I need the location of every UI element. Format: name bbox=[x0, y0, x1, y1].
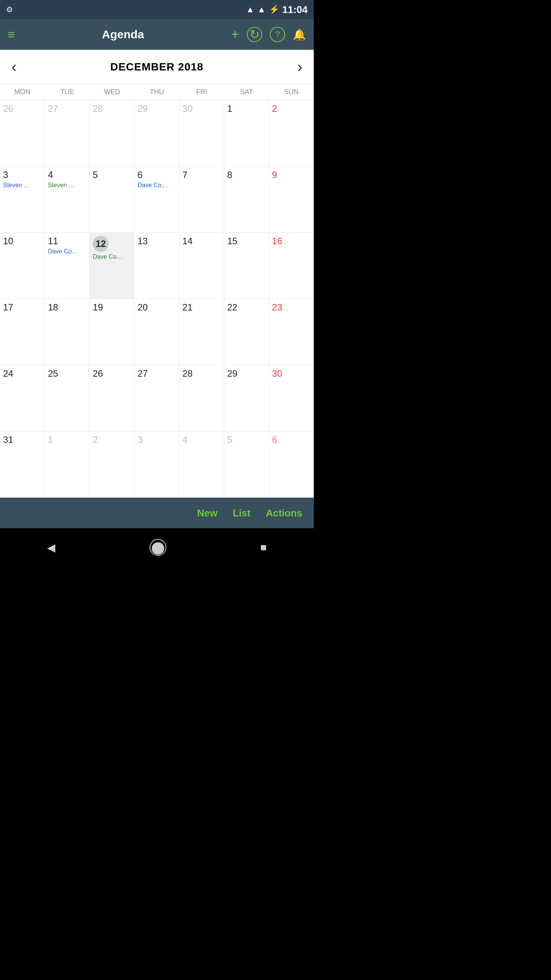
cal-date: 16 bbox=[272, 236, 311, 247]
cal-cell[interactable]: 3 bbox=[134, 431, 179, 498]
cal-cell[interactable]: 30 bbox=[269, 365, 314, 431]
cal-cell[interactable]: 26 bbox=[0, 100, 45, 167]
bell-icon[interactable]: 🔔 bbox=[293, 28, 306, 41]
cal-cell[interactable]: 5 bbox=[90, 167, 134, 233]
cal-cell[interactable]: 28 bbox=[90, 100, 134, 167]
help-icon[interactable]: ? bbox=[270, 27, 285, 42]
cal-cell[interactable]: 7 bbox=[179, 167, 224, 233]
cal-cell[interactable]: 17 bbox=[0, 299, 45, 365]
app-title: Agenda bbox=[23, 28, 223, 41]
toolbar: ≡ Agenda + ↻ ? 🔔 bbox=[0, 19, 314, 50]
cal-date: 5 bbox=[227, 434, 266, 445]
cal-cell[interactable]: 9 bbox=[269, 167, 314, 233]
cal-cell[interactable]: 26 bbox=[90, 365, 134, 431]
android-nav: ◀ ⬤ ■ bbox=[0, 528, 314, 567]
cal-cell[interactable]: 1 bbox=[45, 431, 90, 498]
recent-button[interactable]: ■ bbox=[260, 541, 267, 554]
next-month-button[interactable]: › bbox=[293, 57, 306, 77]
new-button[interactable]: New bbox=[197, 507, 217, 519]
cal-cell[interactable]: 4Steven … bbox=[45, 167, 90, 233]
prev-month-button[interactable]: ‹ bbox=[8, 57, 20, 77]
cal-cell[interactable]: 29 bbox=[224, 365, 269, 431]
cal-date: 11 bbox=[48, 236, 87, 247]
cal-date: 18 bbox=[48, 302, 87, 313]
sync-icon[interactable]: ↻ bbox=[247, 27, 262, 42]
cal-date: 12 bbox=[93, 236, 109, 252]
cal-cell[interactable]: 3Steven … bbox=[0, 167, 45, 233]
cal-cell[interactable]: 21 bbox=[179, 299, 224, 365]
add-icon[interactable]: + bbox=[231, 26, 239, 42]
home-button[interactable]: ⬤ bbox=[150, 539, 166, 556]
day-of-week-header: MONTUEWEDTHUFRISATSUN bbox=[0, 84, 314, 100]
cal-cell[interactable]: 6Dave Co… bbox=[134, 167, 179, 233]
cal-cell[interactable]: 22 bbox=[224, 299, 269, 365]
cal-cell[interactable]: 2 bbox=[90, 431, 134, 498]
cal-cell[interactable]: 27 bbox=[134, 365, 179, 431]
cal-event[interactable]: Dave Co… bbox=[48, 248, 87, 255]
cal-date: 27 bbox=[137, 368, 176, 379]
cal-cell[interactable]: 23 bbox=[269, 299, 314, 365]
cal-date: 2 bbox=[272, 103, 311, 114]
cal-cell[interactable]: 28 bbox=[179, 365, 224, 431]
cal-date: 29 bbox=[227, 368, 266, 379]
cal-date: 13 bbox=[137, 236, 176, 247]
cal-cell[interactable]: 18 bbox=[45, 299, 90, 365]
cal-date: 22 bbox=[227, 302, 266, 313]
cal-cell[interactable]: 29 bbox=[134, 100, 179, 167]
cal-cell[interactable]: 27 bbox=[45, 100, 90, 167]
cal-cell[interactable]: 6 bbox=[269, 431, 314, 498]
cal-event[interactable]: Steven … bbox=[3, 182, 42, 189]
cal-date: 5 bbox=[93, 170, 132, 180]
battery-icon: ⚡ bbox=[269, 5, 279, 15]
cal-date: 21 bbox=[183, 302, 222, 313]
menu-icon[interactable]: ≡ bbox=[8, 28, 15, 42]
cal-date: 4 bbox=[183, 434, 222, 445]
status-time: 11:04 bbox=[282, 4, 308, 16]
cal-event[interactable]: Steven … bbox=[48, 182, 87, 189]
dow-cell-sat: SAT bbox=[224, 84, 269, 100]
cal-date: 1 bbox=[227, 103, 266, 114]
cal-date: 17 bbox=[3, 302, 42, 313]
cal-cell[interactable]: 10 bbox=[0, 233, 45, 299]
actions-button[interactable]: Actions bbox=[266, 507, 302, 519]
list-button[interactable]: List bbox=[233, 507, 250, 519]
cal-date: 2 bbox=[93, 434, 132, 445]
cal-cell[interactable]: 25 bbox=[45, 365, 90, 431]
cal-cell[interactable]: 31 bbox=[0, 431, 45, 498]
cal-date: 4 bbox=[48, 170, 87, 180]
cal-event[interactable]: Dave Co… bbox=[93, 253, 132, 260]
cal-date: 24 bbox=[3, 368, 42, 379]
cal-date: 26 bbox=[3, 103, 42, 114]
cal-date: 23 bbox=[272, 302, 311, 313]
cal-cell[interactable]: 14 bbox=[179, 233, 224, 299]
cal-event[interactable]: Dave Co… bbox=[137, 182, 176, 189]
cal-cell[interactable]: 12Dave Co… bbox=[90, 233, 134, 299]
loader-icon: ⚙ bbox=[6, 5, 13, 14]
cal-cell[interactable]: 1 bbox=[224, 100, 269, 167]
dow-cell-fri: FRI bbox=[179, 84, 224, 100]
back-button[interactable]: ◀ bbox=[47, 541, 55, 554]
cal-date: 25 bbox=[48, 368, 87, 379]
dow-cell-thu: THU bbox=[134, 84, 179, 100]
cal-cell[interactable]: 2 bbox=[269, 100, 314, 167]
cal-cell[interactable]: 5 bbox=[224, 431, 269, 498]
cal-cell[interactable]: 30 bbox=[179, 100, 224, 167]
cal-date: 3 bbox=[137, 434, 176, 445]
cal-cell[interactable]: 13 bbox=[134, 233, 179, 299]
cal-date: 14 bbox=[183, 236, 222, 247]
cal-date: 30 bbox=[183, 103, 222, 114]
cal-date: 9 bbox=[272, 170, 311, 180]
cal-cell[interactable]: 8 bbox=[224, 167, 269, 233]
cal-date: 27 bbox=[48, 103, 87, 114]
cal-cell[interactable]: 24 bbox=[0, 365, 45, 431]
cal-date: 7 bbox=[183, 170, 222, 180]
cal-date: 31 bbox=[3, 434, 42, 445]
cal-date: 6 bbox=[272, 434, 311, 445]
cal-cell[interactable]: 16 bbox=[269, 233, 314, 299]
cal-cell[interactable]: 19 bbox=[90, 299, 134, 365]
cal-date: 19 bbox=[93, 302, 132, 313]
cal-cell[interactable]: 15 bbox=[224, 233, 269, 299]
cal-cell[interactable]: 4 bbox=[179, 431, 224, 498]
cal-cell[interactable]: 11Dave Co… bbox=[45, 233, 90, 299]
cal-cell[interactable]: 20 bbox=[134, 299, 179, 365]
